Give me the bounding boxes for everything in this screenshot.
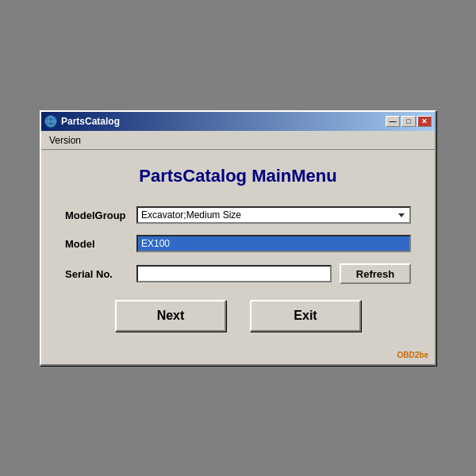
watermark-text: OBD (397, 351, 415, 359)
app-icon (44, 115, 57, 128)
action-buttons: Next Exit (65, 300, 411, 332)
exit-button[interactable]: Exit (250, 300, 361, 332)
minimize-button[interactable]: — (386, 116, 400, 127)
window-title: PartsCatalog (61, 116, 120, 127)
refresh-button[interactable]: Refresh (340, 263, 411, 284)
window-controls: — □ ✕ (386, 116, 432, 127)
model-group-label: ModelGroup (65, 209, 136, 221)
watermark: OBD2be (41, 347, 435, 364)
menu-bar: Version (41, 131, 435, 150)
serial-row: Serial No. Refresh (65, 263, 411, 284)
close-button[interactable]: ✕ (417, 116, 432, 127)
maximize-button[interactable]: □ (401, 116, 416, 127)
serial-input[interactable] (136, 265, 332, 282)
main-window: PartsCatalog — □ ✕ Version PartsCatalog … (40, 110, 436, 366)
model-group-select[interactable]: Excavator;Medium Size (136, 206, 411, 224)
menu-item-version[interactable]: Version (44, 133, 86, 148)
model-select[interactable]: EX100 (136, 235, 411, 252)
serial-label: Serial No. (65, 268, 136, 280)
next-button[interactable]: Next (115, 300, 226, 332)
model-label: Model (65, 238, 136, 250)
title-bar: PartsCatalog — □ ✕ (41, 112, 435, 131)
page-title: PartsCatalog MainMenu (65, 166, 411, 186)
model-row: Model EX100 (65, 235, 411, 252)
model-group-row: ModelGroup Excavator;Medium Size (65, 206, 411, 224)
content-area: PartsCatalog MainMenu ModelGroup Excavat… (41, 150, 435, 347)
